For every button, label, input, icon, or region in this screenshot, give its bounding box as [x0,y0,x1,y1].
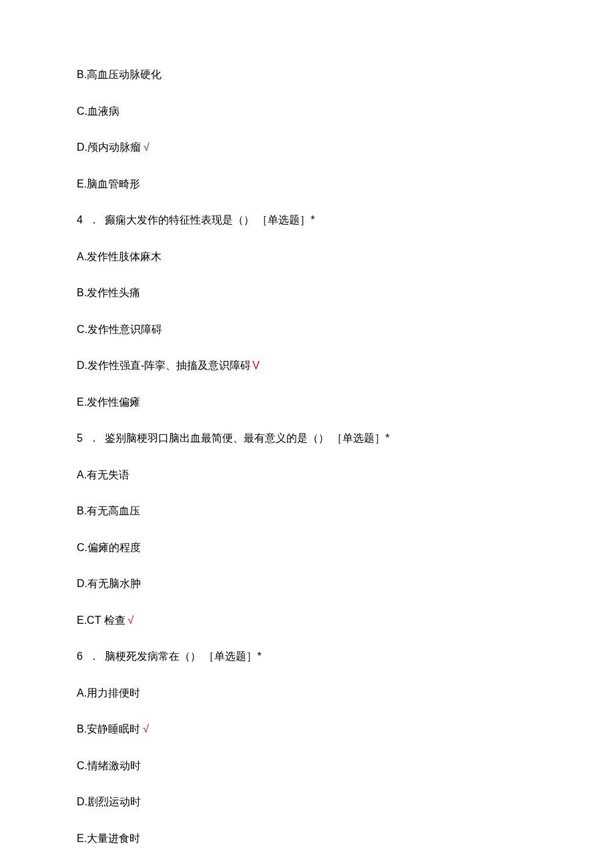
option-text: B.高血压动脉硬化 [77,69,162,80]
option-text: D.有无脑水肿 [77,578,141,589]
option-text: D.颅内动脉瘤 [77,141,141,153]
option-c-q4: C.发作性意识障碍 [77,322,537,338]
option-text: B.发作性头痛 [77,287,140,298]
option-b-q5: B.有无高血压 [77,503,537,519]
option-text: B.安静睡眠时 [77,723,140,735]
option-e-q4: E.发作性偏瘫 [77,394,537,410]
question-dot: ． [89,430,99,446]
option-d-q6: D.剧烈运动时 [77,794,537,810]
question-dot: ． [89,648,99,665]
option-text: E.脑血管畸形 [77,178,140,189]
option-c-q6: C.情绪激动时 [77,758,537,774]
option-text: A.有无失语 [77,469,129,480]
question-6: 6．脑梗死发病常在（） ［单选题］* [77,648,537,665]
option-d-q3: D.颅内动脉瘤√ [77,139,537,155]
question-number: 4 [77,212,86,228]
option-text: E.CT 检查 [77,614,125,626]
question-4: 4．癫痫大发作的特征性表现是（） ［单选题］* [77,212,537,228]
option-a-q6: A.用力排便时 [77,685,537,701]
question-dot: ． [89,212,99,228]
option-text: B.有无高血压 [77,505,140,516]
option-c-q3: C.血液病 [77,103,537,119]
option-text: E.发作性偏瘫 [77,396,140,408]
option-a-q5: A.有无失语 [77,467,537,483]
option-b-q3: B.高血压动脉硬化 [77,67,537,83]
question-number: 6 [77,648,86,665]
option-text: D.发作性强直-阵挛、抽搐及意识障碍 [77,360,251,371]
correct-mark-icon: √ [128,614,134,626]
option-e-q3: E.脑血管畸形 [77,176,537,192]
correct-mark-icon: √ [143,723,149,735]
question-text: 脑梗死发病常在（） ［单选题］* [105,650,262,662]
option-b-q6: B.安静睡眠时√ [77,721,537,737]
option-text: A.用力排便时 [77,687,140,699]
option-text: C.发作性意识障碍 [77,324,162,335]
option-text: A.发作性肢体麻木 [77,251,162,262]
option-text: C.情绪激动时 [77,760,141,771]
option-text: E.大量进食时 [77,833,140,844]
option-d-q5: D.有无脑水肿 [77,576,537,592]
option-text: D.剧烈运动时 [77,796,141,807]
question-text: 癫痫大发作的特征性表现是（） ［单选题］* [105,214,315,226]
option-d-q4: D.发作性强直-阵挛、抽搐及意识障碍V [77,358,537,374]
option-a-q4: A.发作性肢体麻木 [77,249,537,265]
option-b-q4: B.发作性头痛 [77,285,537,301]
option-e-q6: E.大量进食时 [77,831,537,847]
question-number: 5 [77,430,86,446]
question-5: 5．鉴别脑梗羽口脑出血最简便、最有意义的是（） ［单选题］* [77,430,537,446]
option-c-q5: C.偏瘫的程度 [77,540,537,556]
correct-mark-icon: √ [143,141,149,153]
question-text: 鉴别脑梗羽口脑出血最简便、最有意义的是（） ［单选题］* [105,432,390,444]
option-text: C.血液病 [77,105,119,117]
correct-mark-icon: V [252,360,260,371]
option-e-q5: E.CT 检查√ [77,612,537,628]
option-text: C.偏瘫的程度 [77,542,141,553]
